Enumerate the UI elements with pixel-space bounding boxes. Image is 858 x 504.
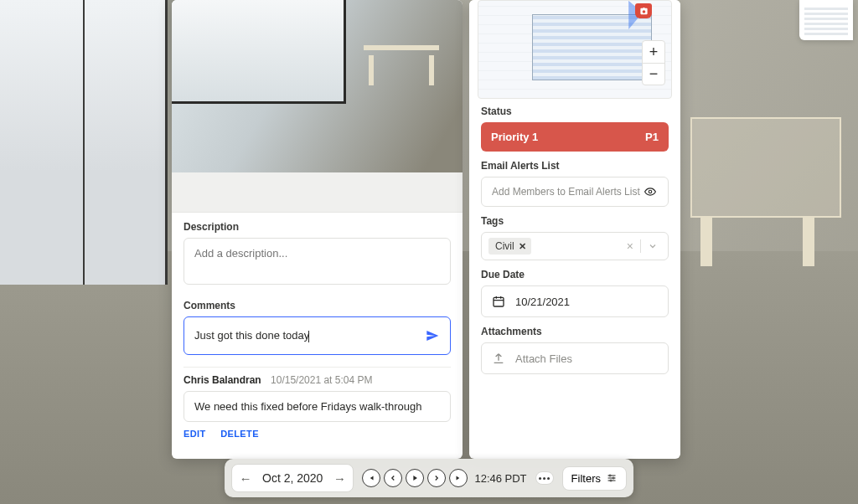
attach-files-button[interactable]: Attach Files <box>481 342 669 374</box>
status-code: P1 <box>645 131 659 143</box>
tag-remove-icon[interactable]: ✕ <box>519 241 526 252</box>
tags-field[interactable]: Civil ✕ × <box>481 232 669 260</box>
comments-label: Comments <box>183 300 451 311</box>
tags-label: Tags <box>481 215 669 227</box>
tag-label: Civil <box>495 240 514 252</box>
status-label: Status <box>481 105 669 117</box>
zoom-in-button[interactable]: + <box>643 41 664 63</box>
playback-controls: 12:46 PDT <box>362 469 553 487</box>
description-label: Description <box>183 221 451 233</box>
zoom-out-button[interactable]: − <box>643 63 664 85</box>
due-date-label: Due Date <box>481 269 669 280</box>
comment-input[interactable]: Just got this done today <box>194 329 425 342</box>
svg-rect-1 <box>494 297 504 306</box>
tags-clear-icon[interactable]: × <box>620 239 641 253</box>
delete-button[interactable]: DELETE <box>220 429 259 439</box>
email-alerts-field[interactable]: Add Members to Email Alerts List <box>481 177 669 207</box>
next-icon[interactable] <box>427 469 446 487</box>
svg-point-0 <box>649 190 652 193</box>
date-display[interactable]: Oct 2, 2020 <box>257 471 328 485</box>
svg-point-2 <box>609 475 611 476</box>
play-icon[interactable] <box>406 469 424 487</box>
detail-panel-right: + − Status Priority 1 P1 Email Alerts Li… <box>469 0 680 459</box>
sliders-icon <box>606 473 618 483</box>
attachments-label: Attachments <box>481 326 669 337</box>
due-date-field[interactable]: 10/21/2021 <box>481 285 669 317</box>
map-marker-icon[interactable] <box>635 3 652 18</box>
floorplan-map[interactable]: + − <box>469 0 680 99</box>
time-display: 12:46 PDT <box>471 472 530 485</box>
attach-placeholder: Attach Files <box>515 352 572 365</box>
more-options-button[interactable] <box>535 471 554 485</box>
upload-icon <box>492 352 505 365</box>
edit-button[interactable]: EDIT <box>183 429 206 439</box>
email-alerts-label: Email Alerts List <box>481 160 669 172</box>
svg-point-4 <box>610 480 612 481</box>
skip-start-icon[interactable] <box>362 469 380 487</box>
comment-timestamp: 10/15/2021 at 5:04 PM <box>271 374 372 386</box>
email-alerts-placeholder: Add Members to Email Alerts List <box>492 186 640 198</box>
date-next-button[interactable]: → <box>331 468 348 488</box>
description-input[interactable] <box>183 238 451 285</box>
date-stepper: ← Oct 2, 2020 → <box>231 464 354 492</box>
chevron-down-icon[interactable] <box>641 241 661 251</box>
comment-meta: Chris Balandran 10/15/2021 at 5:04 PM <box>172 373 463 391</box>
divider <box>183 367 451 368</box>
filters-button[interactable]: Filters <box>562 466 627 491</box>
send-icon[interactable] <box>425 329 440 342</box>
comment-body: We need this fixed before Fridays walk-t… <box>183 391 451 422</box>
date-prev-button[interactable]: ← <box>237 468 254 488</box>
detail-panel-left: Description Comments Just got this done … <box>172 0 463 459</box>
comment-author: Chris Balandran <box>183 374 261 386</box>
tag-chip: Civil ✕ <box>488 238 531 255</box>
due-date-value: 10/21/2021 <box>515 296 570 308</box>
zoom-controls: + − <box>642 40 665 85</box>
svg-point-3 <box>612 477 614 479</box>
timeline-toolbar: ← Oct 2, 2020 → 12:46 PDT Filters <box>225 459 633 497</box>
skip-end-icon[interactable] <box>449 469 468 487</box>
status-pill[interactable]: Priority 1 P1 <box>481 122 669 152</box>
observation-photo <box>172 0 463 172</box>
filters-label: Filters <box>571 472 601 485</box>
comment-input-wrap[interactable]: Just got this done today <box>183 316 451 355</box>
status-value: Priority 1 <box>491 131 538 143</box>
prev-icon[interactable] <box>384 469 402 487</box>
photo-caption-area <box>172 172 463 213</box>
minimap-thumbnail[interactable] <box>799 0 853 40</box>
calendar-icon <box>492 295 505 308</box>
eye-icon[interactable] <box>643 186 658 198</box>
